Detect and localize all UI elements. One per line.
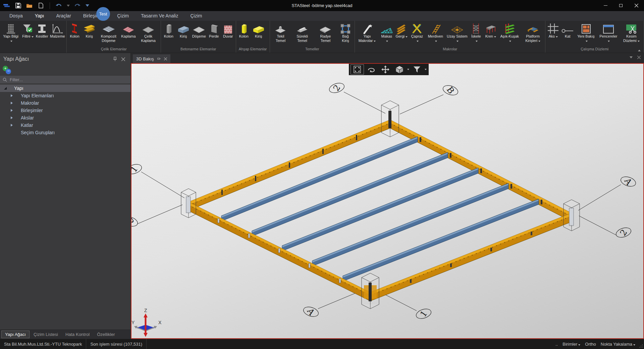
scaffold-icon bbox=[471, 22, 481, 34]
tab-pin-icon[interactable] bbox=[157, 57, 161, 60]
ribbon-button-yapi-makrolar[interactable]: Yapı Makrolar bbox=[356, 21, 379, 44]
dropdown-caret-icon bbox=[638, 41, 640, 42]
ribbon-button-aks[interactable]: Aks bbox=[546, 21, 560, 39]
tree-item-birlesimler[interactable]: Birleşimler bbox=[0, 107, 130, 114]
dropdown-caret-icon bbox=[374, 41, 376, 42]
ribbon-button-betonarme-kolon[interactable]: Kolon bbox=[162, 21, 176, 39]
ribbon-button-gergi[interactable]: Gergi bbox=[394, 21, 409, 39]
redo-dropdown-icon[interactable] bbox=[85, 2, 90, 9]
undo-icon[interactable] bbox=[55, 2, 63, 9]
ribbon-button-kat[interactable]: Kat bbox=[560, 21, 575, 39]
ribbon-button-tekil-temel[interactable]: Tekil Temel bbox=[271, 21, 291, 44]
tab-hata-kontrol[interactable]: Hata Kontrol bbox=[62, 331, 93, 338]
undo-dropdown-icon[interactable] bbox=[66, 2, 70, 9]
tab-close-icon[interactable] bbox=[164, 57, 167, 60]
ribbon-button-ahsap-kolon[interactable]: Kolon bbox=[237, 21, 251, 39]
ribbon-button-makas[interactable]: Makas bbox=[379, 21, 394, 44]
zoom-extents-icon[interactable] bbox=[351, 65, 364, 74]
ribbon-button-iskele[interactable]: İskele bbox=[469, 21, 483, 44]
ribbon-button-merdiven[interactable]: Merdiven bbox=[425, 21, 445, 44]
viewport-close-icon[interactable] bbox=[637, 56, 641, 59]
pin-icon[interactable] bbox=[111, 56, 119, 62]
tab-yapi-agaci[interactable]: Yapı Ağacı bbox=[1, 331, 30, 338]
tree-item-secim-gruplari[interactable]: Seçim Gurupları bbox=[0, 129, 130, 136]
ribbon-button-yeni-bakis[interactable]: Yeni Bakış bbox=[575, 21, 597, 44]
secondary-beams[interactable] bbox=[221, 137, 539, 281]
ribbon-button-kren[interactable]: Kren bbox=[483, 21, 498, 39]
menu-item-tasarim-ve-analiz[interactable]: Tasarım Ve Analiz bbox=[135, 11, 184, 21]
menu-item-araclar[interactable]: Araçlar bbox=[50, 11, 77, 21]
orbit-icon[interactable] bbox=[365, 65, 378, 74]
redo-icon[interactable] bbox=[73, 2, 82, 9]
tab-ozellikler[interactable]: Özellikler bbox=[94, 331, 118, 338]
ribbon-button-betonarme-kiris[interactable]: Kiriş bbox=[176, 21, 191, 39]
view-cube-icon[interactable] bbox=[393, 65, 406, 74]
ribbon-button-uzay-sistem[interactable]: Uzay Sistem bbox=[445, 21, 469, 44]
ribbon-button-platform-kirisleri[interactable]: Platform Kirişleri bbox=[521, 21, 544, 44]
tree-item-katlar[interactable]: Katlar bbox=[0, 121, 130, 129]
ribbon-button-malzeme[interactable]: Malzeme bbox=[49, 21, 66, 39]
triad-z-label: Z bbox=[144, 308, 147, 313]
tree-item-akslar[interactable]: Akslar bbox=[0, 114, 130, 121]
frame-front-beams[interactable] bbox=[189, 202, 572, 301]
ribbon-button-doseme[interactable]: Döşeme bbox=[191, 21, 207, 39]
save-icon[interactable] bbox=[14, 2, 22, 9]
snap-toggle[interactable]: Nokta Yakalama bbox=[601, 342, 635, 347]
minimize-button[interactable] bbox=[598, 0, 613, 11]
tab-cizim-listesi[interactable]: Çizim Listesi bbox=[30, 331, 61, 338]
tree-item-makrolar[interactable]: Makrolar bbox=[0, 99, 130, 107]
close-button[interactable] bbox=[629, 0, 644, 11]
dropdown-caret-icon bbox=[476, 41, 478, 42]
axis-bubble-label: 2 bbox=[618, 228, 629, 238]
ribbon-button-kesim-duzlemi[interactable]: Kesim Düzlemi bbox=[620, 21, 643, 44]
ribbon-button-duvar[interactable]: Duvar bbox=[221, 21, 235, 39]
resize-grip[interactable] bbox=[639, 344, 643, 348]
filter-dropdown-caret-icon[interactable] bbox=[425, 69, 427, 70]
units-toggle[interactable]: Birimler bbox=[562, 342, 580, 347]
collapse-all-icon[interactable]: − bbox=[6, 69, 11, 74]
new-view-icon bbox=[580, 22, 592, 34]
ribbon-button-pencereler[interactable]: Pencereler bbox=[597, 21, 620, 44]
tree-item-yapi[interactable]: Yapı bbox=[0, 85, 130, 92]
tree-filter-input[interactable] bbox=[10, 77, 110, 82]
tree-item-yapi-elemanlari[interactable]: Yapı Elemanları bbox=[0, 92, 130, 99]
cube-dropdown-caret-icon[interactable] bbox=[407, 69, 409, 70]
steel-sheet-icon bbox=[142, 22, 155, 34]
viewport-canvas[interactable]: 2 B 1 A B 2 A 1 Z bbox=[131, 63, 644, 339]
menu-item-dosya[interactable]: Dosya bbox=[3, 11, 29, 21]
maximize-button[interactable] bbox=[613, 0, 629, 11]
ribbon: Yapı Bilgi Filtre Kesitler Malzeme bbox=[0, 21, 644, 53]
new-file-icon[interactable] bbox=[37, 2, 45, 9]
dropdown-caret-icon bbox=[406, 36, 408, 38]
ribbon-button-asik-kusak[interactable]: Aşık-Kuşak bbox=[498, 21, 521, 44]
display-filter-icon[interactable] bbox=[411, 65, 423, 74]
triad-y-label: Y bbox=[131, 320, 135, 325]
tab-3d-bakis[interactable]: 3D Bakış bbox=[133, 54, 170, 63]
menu-item-cizim-1[interactable]: Çizim bbox=[111, 11, 135, 21]
ribbon-button-capraz[interactable]: Çapraz bbox=[409, 21, 425, 44]
pan-icon[interactable] bbox=[379, 65, 392, 74]
ribbon-button-filtre[interactable]: Filtre bbox=[21, 21, 35, 39]
dropdown-caret-icon bbox=[10, 41, 12, 42]
open-folder-icon[interactable] bbox=[25, 2, 34, 9]
ribbon-button-ahsap-kiris[interactable]: Kiriş bbox=[251, 21, 266, 39]
ribbon-group-general: Yapı Bilgi Filtre Kesitler Malzeme bbox=[0, 21, 67, 53]
coordinate-triad: Z Y X bbox=[131, 308, 162, 337]
ribbon-button-bag-kiris[interactable]: Bağ Kiriş bbox=[337, 21, 354, 44]
ribbon-button-kesitler[interactable]: Kesitler bbox=[35, 21, 49, 39]
panel-close-icon[interactable] bbox=[119, 56, 127, 62]
ribbon-button-celik-kiris[interactable]: Kiriş bbox=[82, 21, 97, 39]
ribbon-button-celik-kolon[interactable]: Kolon bbox=[67, 21, 82, 39]
ortho-toggle[interactable]: Ortho bbox=[585, 342, 596, 347]
menu-item-cizim-2[interactable]: Çizim bbox=[184, 11, 208, 21]
ribbon-button-surekli-temel[interactable]: Sürekli Temel bbox=[290, 21, 314, 44]
ribbon-button-celik-kaplama[interactable]: Çelik Kaplama bbox=[137, 21, 160, 44]
window-list-icon[interactable] bbox=[630, 56, 633, 58]
ribbon-button-radye-temel[interactable]: Radye Temel bbox=[314, 21, 337, 44]
ribbon-button-perde[interactable]: Perde bbox=[207, 21, 221, 39]
ribbon-collapse-icon[interactable] bbox=[638, 50, 641, 51]
ribbon-button-kompozit-doseme[interactable]: Kompozit Döşeme bbox=[97, 21, 120, 44]
menu-item-yapi[interactable]: Yapı bbox=[29, 11, 50, 21]
ribbon-button-kaplama[interactable]: Kaplama bbox=[120, 21, 137, 39]
ribbon-button-yapi-bilgi[interactable]: Yapı Bilgi bbox=[1, 21, 21, 44]
